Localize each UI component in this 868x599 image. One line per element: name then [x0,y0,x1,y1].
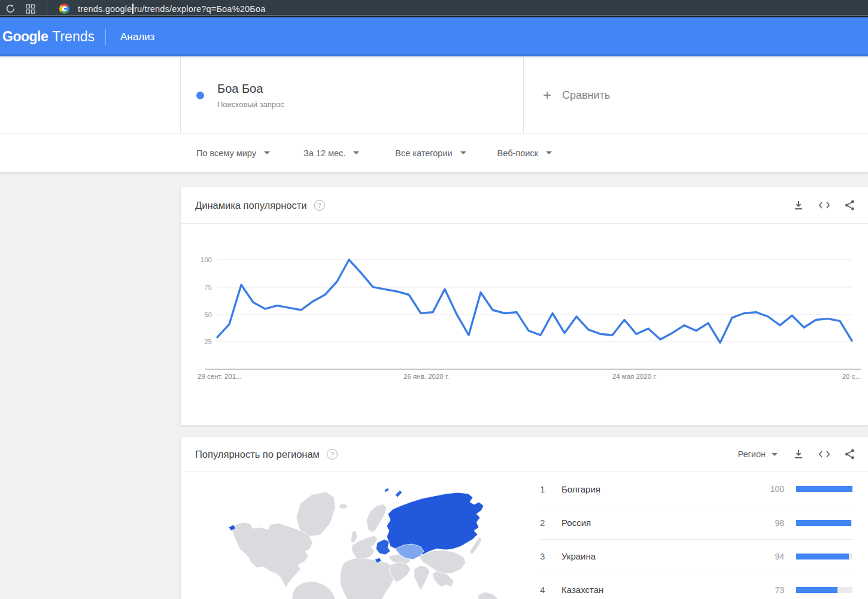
url-right: ru/trends/explore?q=Боа%20Боа [134,4,266,14]
region-dropdown-label: Регион [738,449,766,459]
region-bar-track [796,486,852,492]
browser-toolbar: trends.googleru/trends/explore?q=Боа%20Б… [0,0,868,17]
nav-analysis[interactable]: Анализ [120,31,154,43]
reload-icon[interactable] [1,2,19,16]
toolbar-divider [47,0,47,17]
url-left: trends.google [78,4,132,14]
filter-search-type-label: Веб-поиск [497,148,538,158]
x-tick: 20 с... [842,373,861,380]
region-ranking-list: 1 Болгария 100 2 Россия 98 3 Украина 94 [533,472,868,599]
region-name: Болгария [562,484,600,494]
interest-by-region-card: Популярность по регионам ? Регион [181,437,868,599]
region-bar-track [796,554,852,560]
region-row[interactable]: 3 Украина 94 [540,539,852,573]
chart-title: Динамика популярности [195,200,307,211]
filter-geo-label: По всему миру [196,148,256,158]
regions-body: 1 Болгария 100 2 Россия 98 3 Украина 94 [181,472,868,599]
app-header: Google Trends Анализ [0,17,868,57]
chart-body: 100 75 50 25 29 сент. 201... 26 янв. 202… [181,224,868,390]
trend-polyline [217,260,852,343]
embed-code-icon[interactable] [818,449,830,459]
region-level-dropdown[interactable]: Регион [738,449,778,459]
y-tick: 25 [204,338,212,345]
y-tick: 50 [204,311,212,318]
compare-label: Сравнить [562,89,610,102]
x-axis-labels: 29 сент. 201... 26 янв. 2020 г. 24 мая 2… [198,373,861,380]
tab-tiling-icon[interactable] [22,2,40,16]
search-term-card: Боа Боа Поисковый запрос [181,57,524,133]
chart-card-header: Динамика популярности ? [181,187,868,224]
map-region-arctic-islands [384,488,402,497]
term-strip: Боа Боа Поисковый запрос + Сравнить [0,57,868,133]
region-rank: 2 [540,518,562,528]
y-tick: 75 [204,284,212,291]
regions-title: Популярность по регионам [195,449,320,460]
series-color-dot [196,92,204,99]
map-region-ukraine-belarus [376,539,390,555]
chevron-down-icon [460,151,466,154]
help-glyph: ? [330,451,334,458]
y-axis-labels: 100 75 50 25 [201,256,212,345]
world-map[interactable] [181,472,533,599]
x-tick: 24 мая 2020 г. [612,373,657,380]
region-value: 73 [775,585,784,595]
interest-over-time-card: Динамика популярности ? 100 75 [181,187,868,425]
chevron-down-icon [353,151,359,154]
help-icon[interactable]: ? [314,200,325,211]
x-tick: 26 янв. 2020 г. [403,373,449,380]
chevron-down-icon [772,453,778,456]
region-rank: 4 [540,585,562,595]
text-caret [132,4,133,14]
share-icon[interactable] [845,449,855,460]
region-name: Украина [562,551,596,561]
header-divider [105,29,106,45]
embed-code-icon[interactable] [818,200,830,210]
y-tick: 100 [201,256,212,263]
search-term-type: Поисковый запрос [217,100,284,109]
region-bar-track [796,587,852,593]
share-icon[interactable] [845,200,855,211]
compare-button[interactable]: + Сравнить [524,57,868,133]
region-name: Россия [562,518,591,528]
region-value: 94 [775,552,784,561]
region-bar-fill [796,486,852,492]
filter-time-label: За 12 мес. [304,148,345,158]
page-content: Динамика популярности ? 100 75 [0,173,868,599]
address-bar[interactable]: trends.googleru/trends/explore?q=Боа%20Б… [78,4,266,14]
download-icon[interactable] [793,200,804,211]
filter-time[interactable]: За 12 мес. [304,148,359,158]
region-bar-fill [796,587,837,593]
region-row[interactable]: 4 Казахстан 73 [540,573,852,599]
filter-search-type[interactable]: Веб-поиск [497,148,552,158]
region-bar-track [796,520,852,526]
filter-category[interactable]: Все категории [395,148,466,158]
map-region-russia [387,492,484,555]
plus-icon: + [543,87,551,104]
left-gutter [0,57,181,133]
help-glyph: ? [318,202,321,209]
region-bar-fill [796,520,851,526]
x-tick: 29 сент. 201... [198,373,242,380]
help-icon[interactable]: ? [327,449,338,460]
filter-category-label: Все категории [395,148,452,158]
region-bar-fill [796,554,849,560]
region-rank: 3 [540,551,562,561]
logo-trends: Trends [52,29,95,45]
filter-geo[interactable]: По всему миру [196,148,270,158]
google-trends-logo[interactable]: Google Trends [2,29,95,45]
filter-bar: По всему миру За 12 мес. Все категории В… [0,133,868,173]
region-name: Казахстан [562,585,603,595]
search-term: Боа Боа [217,82,284,96]
region-rank: 1 [540,484,562,494]
region-value: 100 [770,484,784,494]
logo-google: Google [2,29,48,45]
region-value: 98 [775,518,784,528]
download-icon[interactable] [793,449,804,460]
region-row[interactable]: 1 Болгария 100 [540,472,852,506]
region-row[interactable]: 2 Россия 98 [540,506,852,539]
chevron-down-icon [546,151,552,154]
regions-card-header: Популярность по регионам ? Регион [181,437,868,472]
interest-line-chart[interactable]: 100 75 50 25 29 сент. 201... 26 янв. 202… [181,247,868,388]
chevron-down-icon [264,151,270,154]
google-favicon [59,4,69,14]
